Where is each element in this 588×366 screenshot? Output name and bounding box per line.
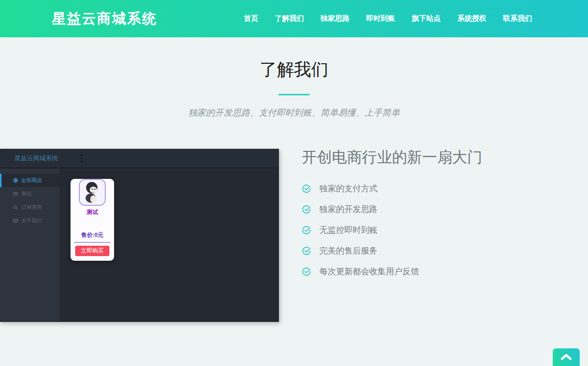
check-circle-icon [302, 205, 311, 214]
feature-label: 无监控即时到账 [319, 225, 377, 236]
admin-sidebar-label: 订单查询 [21, 204, 42, 211]
admin-sidebar-label: 全部商品 [21, 177, 42, 184]
product-image [79, 179, 106, 206]
check-circle-icon [302, 246, 311, 256]
mail-icon [13, 218, 18, 223]
nav-item-contact[interactable]: 联系我们 [503, 14, 532, 23]
back-to-top-button[interactable] [553, 348, 580, 366]
admin-brand: 星益云商城系统 [15, 154, 58, 163]
nav-item-about[interactable]: 了解我们 [275, 14, 304, 23]
admin-main: 测试 售价:0元 立即购买 [60, 168, 279, 321]
admin-sidebar-item-all-products[interactable]: 全部商品 [0, 174, 60, 187]
feature-item: 独家的开发思路 [302, 199, 520, 220]
category-icon [13, 191, 18, 196]
nav-item-license[interactable]: 系统授权 [457, 14, 486, 23]
nav-item-sites[interactable]: 旗下站点 [412, 14, 441, 23]
admin-sidebar: 全部商品 测试 订单查询 关于我们 [0, 168, 60, 321]
vertical-ellipsis-icon[interactable] [81, 154, 82, 162]
feature-label: 独家的支付方式 [319, 184, 377, 194]
about-section: 了解我们 独家的开发思路、支付即时到账、简单易懂、上手简单 [0, 37, 588, 119]
admin-sidebar-label: 关于我们 [21, 217, 42, 224]
search-icon [13, 205, 18, 210]
nav-item-instant-payment[interactable]: 即时到账 [366, 14, 395, 23]
nav-item-home[interactable]: 首页 [244, 14, 258, 23]
title-underline [278, 94, 310, 95]
features-column: 开创电商行业的新一扇大门 独家的支付方式 独家的开发思路 无监控即时到账 完美的… [302, 147, 520, 282]
check-circle-icon [302, 226, 311, 235]
product-price: 售价:0元 [71, 231, 114, 239]
products-icon [13, 178, 18, 183]
feature-item: 独家的支付方式 [302, 178, 520, 199]
feature-label: 完美的售后服务 [319, 246, 377, 257]
section-title: 了解我们 [0, 58, 588, 81]
feature-item: 完美的售后服务 [302, 241, 520, 261]
section-subtitle: 独家的开发思路、支付即时到账、简单易懂、上手简单 [0, 107, 588, 119]
feature-label: 每次更新都会收集用户反馈 [319, 266, 419, 277]
admin-sidebar-label: 测试 [21, 190, 32, 198]
check-circle-icon [302, 267, 311, 276]
main-nav: 首页 了解我们 独家思路 即时到账 旗下站点 系统授权 联系我们 [244, 14, 532, 23]
nav-item-exclusive-ideas[interactable]: 独家思路 [320, 14, 349, 23]
admin-screenshot: 星益云商城系统 全部商品 测试 订单查询 关于我们 [0, 149, 279, 322]
admin-topbar: 星益云商城系统 [0, 149, 279, 168]
features-heading: 开创电商行业的新一扇大门 [302, 147, 520, 168]
product-thumbnail-art [80, 180, 105, 205]
product-name: 测试 [71, 208, 114, 216]
feature-label: 独家的开发思路 [319, 204, 377, 215]
site-brand[interactable]: 星益云商城系统 [52, 9, 157, 28]
site-header: 星益云商城系统 首页 了解我们 独家思路 即时到账 旗下站点 系统授权 联系我们 [0, 0, 588, 37]
product-card[interactable]: 测试 售价:0元 立即购买 [71, 179, 114, 261]
admin-sidebar-item-test[interactable]: 测试 [0, 187, 60, 201]
admin-sidebar-item-about-us[interactable]: 关于我们 [0, 214, 60, 228]
chevron-up-icon [561, 353, 572, 360]
feature-item: 每次更新都会收集用户反馈 [302, 261, 520, 282]
feature-item: 无监控即时到账 [302, 220, 520, 241]
card-divider [74, 242, 110, 243]
check-circle-icon [302, 184, 311, 193]
buy-now-button[interactable]: 立即购买 [75, 246, 109, 256]
admin-sidebar-item-order-search[interactable]: 订单查询 [0, 201, 60, 214]
admin-body: 全部商品 测试 订单查询 关于我们 [0, 168, 279, 321]
